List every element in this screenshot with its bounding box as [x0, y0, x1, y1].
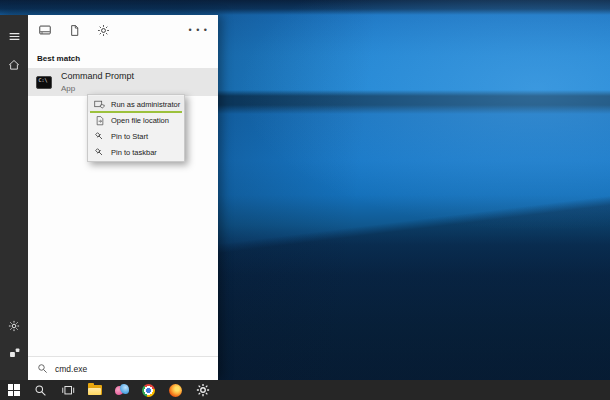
menu-item-pin-to-taskbar[interactable]: Pin to taskbar [88, 144, 184, 160]
file-explorer-icon [88, 385, 102, 395]
hamburger-menu-button[interactable] [6, 28, 22, 44]
menu-item-label: Open file location [111, 116, 169, 125]
menu-item-run-as-administrator[interactable]: Run as administrator [88, 96, 184, 112]
document-icon [68, 24, 81, 37]
home-icon [8, 59, 20, 71]
context-menu: Run as administrator Open file location … [87, 94, 185, 162]
windows-logo-icon [8, 384, 20, 396]
feedback-icon [8, 346, 21, 359]
gear-icon [196, 383, 210, 397]
task-view-button[interactable] [60, 383, 75, 398]
taskbar-search-button[interactable] [33, 383, 48, 398]
settings-filter-button[interactable] [96, 23, 110, 37]
open-file-location-icon [94, 115, 105, 126]
documents-filter-button[interactable] [67, 23, 81, 37]
firefox-icon [169, 384, 182, 397]
search-icon [34, 384, 47, 397]
best-match-header: Best match [28, 45, 218, 68]
apps-filter-button[interactable] [38, 23, 52, 37]
menu-item-open-file-location[interactable]: Open file location [88, 112, 184, 128]
chrome-icon [142, 384, 155, 397]
result-subtitle: App [61, 84, 134, 93]
file-explorer-button[interactable] [87, 383, 102, 398]
search-input[interactable]: cmd.exe [28, 356, 218, 380]
more-options-button[interactable]: • • • [189, 27, 208, 33]
search-icon [37, 363, 48, 374]
menu-item-label: Run as administrator [111, 100, 180, 109]
task-view-icon [61, 383, 75, 397]
search-rail [0, 15, 28, 380]
pin-icon [94, 147, 105, 158]
menu-item-pin-to-start[interactable]: Pin to Start [88, 128, 184, 144]
gear-icon [97, 24, 110, 37]
settings-rail-button[interactable] [6, 318, 22, 334]
pin-icon [94, 131, 105, 142]
result-title: Command Prompt [61, 71, 134, 81]
apps-filter-icon [38, 23, 52, 37]
feedback-button[interactable] [6, 344, 22, 360]
menu-item-label: Pin to taskbar [111, 148, 157, 157]
start-button[interactable] [6, 383, 21, 398]
search-query-text: cmd.exe [55, 364, 87, 374]
paint3d-icon [115, 384, 129, 396]
search-filter-bar: • • • [28, 15, 218, 45]
hamburger-icon [8, 30, 21, 43]
gear-icon [8, 320, 20, 332]
home-button[interactable] [6, 57, 22, 73]
menu-item-label: Pin to Start [111, 132, 148, 141]
desktop-screen: • • • Best match C:\ Command Prompt App … [0, 0, 610, 400]
firefox-button[interactable] [168, 383, 183, 398]
search-flyout: • • • Best match C:\ Command Prompt App … [0, 15, 218, 380]
taskbar [0, 380, 610, 400]
paint3d-app-button[interactable] [114, 383, 129, 398]
taskbar-settings-button[interactable] [195, 383, 210, 398]
chrome-button[interactable] [141, 383, 156, 398]
search-results-panel: • • • Best match C:\ Command Prompt App … [28, 15, 218, 380]
command-prompt-icon: C:\ [36, 76, 52, 89]
run-as-admin-icon [94, 99, 105, 110]
best-match-result-command-prompt[interactable]: C:\ Command Prompt App [28, 68, 218, 96]
